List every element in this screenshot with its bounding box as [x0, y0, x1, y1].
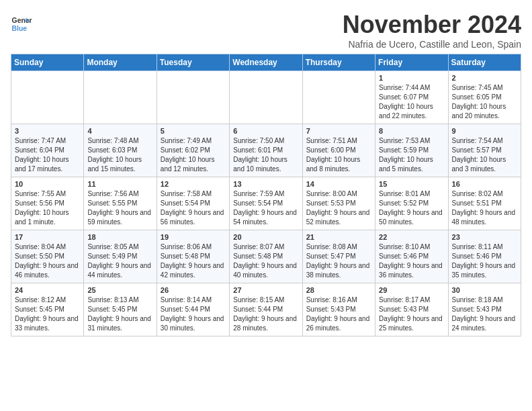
day-info: Sunrise: 7:56 AMSunset: 5:55 PMDaylight:… — [87, 189, 152, 227]
calendar-header: SundayMondayTuesdayWednesdayThursdayFrid… — [11, 54, 521, 71]
day-info: Sunrise: 7:55 AMSunset: 5:56 PMDaylight:… — [15, 189, 80, 227]
logo: General Blue — [11, 13, 32, 35]
day-number: 15 — [379, 180, 444, 188]
calendar-cell: 5Sunrise: 7:49 AMSunset: 6:02 PMDaylight… — [157, 124, 229, 177]
day-info: Sunrise: 8:12 AMSunset: 5:45 PMDaylight:… — [15, 295, 80, 333]
day-info: Sunrise: 7:59 AMSunset: 5:54 PMDaylight:… — [233, 189, 298, 227]
day-number: 5 — [161, 127, 226, 135]
calendar-cell: 28Sunrise: 8:16 AMSunset: 5:43 PMDayligh… — [302, 283, 375, 336]
calendar-cell: 30Sunrise: 8:18 AMSunset: 5:43 PMDayligh… — [448, 283, 521, 336]
day-info: Sunrise: 8:13 AMSunset: 5:45 PMDaylight:… — [87, 295, 152, 333]
calendar-cell: 8Sunrise: 7:53 AMSunset: 5:59 PMDaylight… — [375, 124, 448, 177]
day-info: Sunrise: 8:16 AMSunset: 5:43 PMDaylight:… — [306, 295, 371, 333]
day-number: 3 — [15, 127, 80, 135]
day-info: Sunrise: 8:15 AMSunset: 5:44 PMDaylight:… — [233, 295, 298, 333]
day-number: 28 — [306, 286, 371, 294]
calendar-cell: 18Sunrise: 8:05 AMSunset: 5:49 PMDayligh… — [84, 230, 157, 283]
day-number: 8 — [379, 127, 444, 135]
day-number: 9 — [452, 127, 517, 135]
day-info: Sunrise: 8:02 AMSunset: 5:51 PMDaylight:… — [452, 189, 517, 227]
day-info: Sunrise: 8:06 AMSunset: 5:48 PMDaylight:… — [161, 242, 226, 280]
day-info: Sunrise: 7:49 AMSunset: 6:02 PMDaylight:… — [161, 136, 226, 174]
day-number: 21 — [306, 233, 371, 241]
day-number: 25 — [87, 286, 152, 294]
day-number: 19 — [161, 233, 226, 241]
day-info: Sunrise: 7:44 AMSunset: 6:07 PMDaylight:… — [379, 83, 444, 121]
day-number: 17 — [15, 233, 80, 241]
day-number: 4 — [87, 127, 152, 135]
logo-icon: General Blue — [11, 13, 32, 35]
day-number: 22 — [379, 233, 444, 241]
calendar-cell — [84, 71, 157, 124]
calendar-week-row: 17Sunrise: 8:04 AMSunset: 5:50 PMDayligh… — [11, 230, 521, 283]
day-number: 29 — [379, 286, 444, 294]
day-number: 2 — [452, 74, 517, 82]
day-number: 10 — [15, 180, 80, 188]
day-number: 30 — [452, 286, 517, 294]
day-info: Sunrise: 7:54 AMSunset: 5:57 PMDaylight:… — [452, 136, 517, 174]
day-number: 11 — [87, 180, 152, 188]
calendar-cell — [302, 71, 375, 124]
calendar-cell: 27Sunrise: 8:15 AMSunset: 5:44 PMDayligh… — [230, 283, 302, 336]
calendar-cell: 23Sunrise: 8:11 AMSunset: 5:46 PMDayligh… — [448, 230, 521, 283]
calendar-cell: 4Sunrise: 7:48 AMSunset: 6:03 PMDaylight… — [84, 124, 157, 177]
calendar-cell: 22Sunrise: 8:10 AMSunset: 5:46 PMDayligh… — [375, 230, 448, 283]
calendar-cell: 19Sunrise: 8:06 AMSunset: 5:48 PMDayligh… — [157, 230, 229, 283]
calendar-cell: 9Sunrise: 7:54 AMSunset: 5:57 PMDaylight… — [448, 124, 521, 177]
day-number: 24 — [15, 286, 80, 294]
calendar-cell: 13Sunrise: 7:59 AMSunset: 5:54 PMDayligh… — [230, 177, 302, 230]
day-number: 16 — [452, 180, 517, 188]
subtitle: Nafria de Ucero, Castille and Leon, Spai… — [343, 39, 521, 50]
day-number: 6 — [233, 127, 298, 135]
calendar-cell: 11Sunrise: 7:56 AMSunset: 5:55 PMDayligh… — [84, 177, 157, 230]
weekday-header: Sunday — [11, 54, 84, 71]
weekday-header: Monday — [84, 54, 157, 71]
calendar-cell: 10Sunrise: 7:55 AMSunset: 5:56 PMDayligh… — [11, 177, 84, 230]
day-number: 13 — [233, 180, 298, 188]
calendar-cell: 2Sunrise: 7:45 AMSunset: 6:05 PMDaylight… — [448, 71, 521, 124]
calendar-cell: 14Sunrise: 8:00 AMSunset: 5:53 PMDayligh… — [302, 177, 375, 230]
day-number: 18 — [87, 233, 152, 241]
calendar-week-row: 10Sunrise: 7:55 AMSunset: 5:56 PMDayligh… — [11, 177, 521, 230]
day-number: 14 — [306, 180, 371, 188]
weekday-header: Friday — [375, 54, 448, 71]
calendar-cell: 7Sunrise: 7:51 AMSunset: 6:00 PMDaylight… — [302, 124, 375, 177]
day-info: Sunrise: 7:45 AMSunset: 6:05 PMDaylight:… — [452, 83, 517, 121]
weekday-header: Thursday — [302, 54, 375, 71]
day-number: 26 — [161, 286, 226, 294]
day-info: Sunrise: 7:53 AMSunset: 5:59 PMDaylight:… — [379, 136, 444, 174]
calendar-cell: 16Sunrise: 8:02 AMSunset: 5:51 PMDayligh… — [448, 177, 521, 230]
calendar-cell: 26Sunrise: 8:14 AMSunset: 5:44 PMDayligh… — [157, 283, 229, 336]
calendar-cell: 21Sunrise: 8:08 AMSunset: 5:47 PMDayligh… — [302, 230, 375, 283]
title-area: November 2024 Nafria de Ucero, Castille … — [343, 11, 521, 50]
calendar-cell: 29Sunrise: 8:17 AMSunset: 5:43 PMDayligh… — [375, 283, 448, 336]
calendar-week-row: 24Sunrise: 8:12 AMSunset: 5:45 PMDayligh… — [11, 283, 521, 336]
calendar-cell — [157, 71, 229, 124]
day-info: Sunrise: 7:48 AMSunset: 6:03 PMDaylight:… — [87, 136, 152, 174]
weekday-row: SundayMondayTuesdayWednesdayThursdayFrid… — [11, 54, 521, 71]
day-info: Sunrise: 8:14 AMSunset: 5:44 PMDaylight:… — [161, 295, 226, 333]
day-number: 20 — [233, 233, 298, 241]
header: General Blue November 2024 Nafria de Uce… — [11, 11, 521, 50]
day-info: Sunrise: 8:18 AMSunset: 5:43 PMDaylight:… — [452, 295, 517, 333]
day-info: Sunrise: 8:11 AMSunset: 5:46 PMDaylight:… — [452, 242, 517, 280]
calendar-cell — [230, 71, 302, 124]
calendar-cell: 24Sunrise: 8:12 AMSunset: 5:45 PMDayligh… — [11, 283, 84, 336]
weekday-header: Saturday — [448, 54, 521, 71]
day-info: Sunrise: 7:58 AMSunset: 5:54 PMDaylight:… — [161, 189, 226, 227]
calendar-cell: 20Sunrise: 8:07 AMSunset: 5:48 PMDayligh… — [230, 230, 302, 283]
calendar-cell: 6Sunrise: 7:50 AMSunset: 6:01 PMDaylight… — [230, 124, 302, 177]
calendar-cell: 1Sunrise: 7:44 AMSunset: 6:07 PMDaylight… — [375, 71, 448, 124]
day-number: 23 — [452, 233, 517, 241]
weekday-header: Tuesday — [157, 54, 229, 71]
day-info: Sunrise: 8:00 AMSunset: 5:53 PMDaylight:… — [306, 189, 371, 227]
day-info: Sunrise: 8:17 AMSunset: 5:43 PMDaylight:… — [379, 295, 444, 333]
day-number: 12 — [161, 180, 226, 188]
day-info: Sunrise: 7:51 AMSunset: 6:00 PMDaylight:… — [306, 136, 371, 174]
calendar-body: 1Sunrise: 7:44 AMSunset: 6:07 PMDaylight… — [11, 71, 521, 336]
day-info: Sunrise: 8:04 AMSunset: 5:50 PMDaylight:… — [15, 242, 80, 280]
day-info: Sunrise: 8:07 AMSunset: 5:48 PMDaylight:… — [233, 242, 298, 280]
day-info: Sunrise: 7:47 AMSunset: 6:04 PMDaylight:… — [15, 136, 80, 174]
weekday-header: Wednesday — [230, 54, 302, 71]
day-info: Sunrise: 8:05 AMSunset: 5:49 PMDaylight:… — [87, 242, 152, 280]
